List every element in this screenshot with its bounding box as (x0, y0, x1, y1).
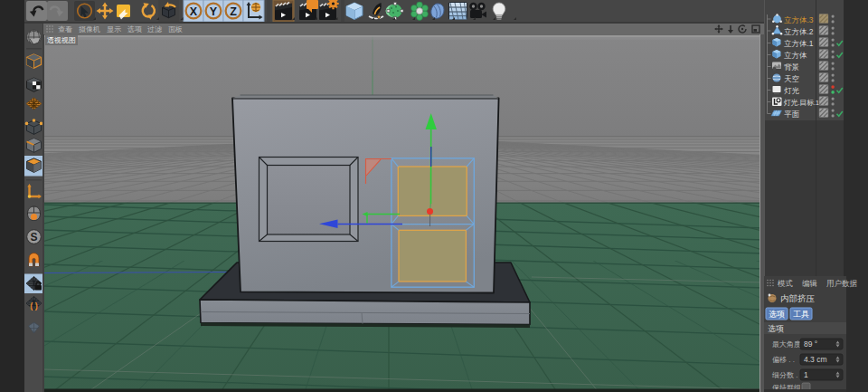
svg-text:立方体: 立方体 (784, 51, 807, 60)
svg-text:平面: 平面 (784, 110, 800, 119)
svg-text:偏移 . .: 偏移 . . (772, 356, 795, 364)
svg-text:内部挤压: 内部挤压 (780, 293, 816, 303)
svg-text:S: S (30, 231, 37, 244)
svg-text:用户数据: 用户数据 (826, 279, 858, 288)
svg-text:灯光.目标.1: 灯光.目标.1 (783, 99, 820, 107)
svg-text:模式: 模式 (777, 279, 793, 288)
svg-text:立方体.2: 立方体.2 (784, 27, 814, 36)
svg-text:选项: 选项 (768, 324, 784, 333)
svg-text:立方体.3: 立方体.3 (784, 15, 814, 24)
svg-text:4.3 cm: 4.3 cm (804, 355, 827, 364)
svg-text:1: 1 (804, 370, 808, 379)
svg-text:工具: 工具 (793, 310, 809, 319)
svg-text:Z: Z (230, 5, 237, 18)
svg-text:X: X (190, 5, 198, 18)
svg-text:Y: Y (210, 5, 218, 18)
svg-text:编辑: 编辑 (802, 279, 817, 288)
svg-text:89 °: 89 ° (804, 339, 817, 349)
svg-text:立方体.1: 立方体.1 (784, 39, 814, 48)
svg-text:细分数 .: 细分数 . (772, 371, 797, 379)
svg-text:最大角度: 最大角度 (772, 340, 801, 349)
svg-text:天空: 天空 (784, 74, 799, 83)
svg-text:灯光: 灯光 (784, 86, 800, 95)
svg-text:背景: 背景 (784, 62, 800, 72)
svg-text:选项: 选项 (769, 310, 785, 319)
svg-text:( ): ( ) (30, 301, 38, 311)
